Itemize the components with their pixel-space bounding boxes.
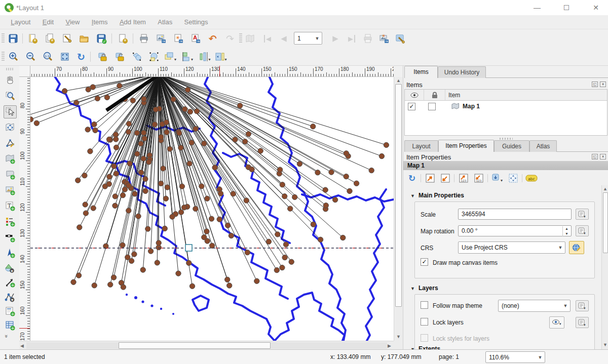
atlas-next-button[interactable]: ▶: [328, 31, 343, 46]
toolbar-grip[interactable]: [239, 33, 242, 44]
set-map-extent-to-canvas-button[interactable]: [424, 172, 437, 184]
dock-splitter-grip[interactable]: [500, 138, 513, 140]
tab-atlas[interactable]: Atlas: [529, 140, 557, 152]
atlas-previous-button[interactable]: ◀: [277, 31, 291, 46]
add-attribute-table-tool[interactable]: +: [4, 319, 17, 332]
selection-handle[interactable]: [185, 245, 192, 251]
atlas-last-button[interactable]: ▶: [345, 31, 359, 46]
labeling-settings-button[interactable]: abc: [525, 172, 538, 184]
view-extent-in-canvas-button[interactable]: [439, 172, 452, 184]
scroll-left-arrow[interactable]: ◀: [20, 343, 24, 348]
tab-guides[interactable]: Guides: [494, 140, 529, 152]
map-item[interactable]: [30, 77, 394, 341]
tab-undo-history[interactable]: Undo History: [438, 66, 486, 78]
menu-view[interactable]: View: [60, 15, 85, 29]
add-pages-button[interactable]: *: [116, 31, 130, 46]
interactively-edit-extent-button[interactable]: [507, 172, 520, 184]
atlas-preview-button[interactable]: [243, 31, 257, 46]
map-theme-combo[interactable]: (none)▼: [498, 300, 571, 312]
add-picture-tool[interactable]: +: [4, 184, 17, 197]
raise-items-button[interactable]: ▾: [163, 50, 177, 64]
print-atlas-button[interactable]: [361, 31, 375, 46]
move-content-button[interactable]: ▾: [490, 172, 504, 184]
extents-section-header[interactable]: ▼Extents: [410, 345, 440, 349]
toolbar-grip[interactable]: [6, 68, 13, 70]
items-panel-close-icon[interactable]: ✕: [600, 82, 606, 87]
select-move-item-tool[interactable]: [4, 105, 17, 118]
duplicate-layout-button[interactable]: *: [43, 31, 57, 46]
tab-layout[interactable]: Layout: [404, 140, 438, 152]
export-pdf-button[interactable]: A→: [188, 31, 203, 46]
layout-canvas[interactable]: [30, 77, 394, 341]
add-scalebar-tool[interactable]: +: [4, 231, 17, 244]
zoom-level-combo[interactable]: 110.6%▼: [485, 351, 545, 363]
add-legend-tool[interactable]: +: [4, 215, 17, 228]
zoom-in-button[interactable]: [6, 50, 20, 64]
toolbar-grip[interactable]: [2, 33, 5, 44]
item-properties-float-icon[interactable]: ◱: [592, 154, 598, 159]
theme-override-button[interactable]: ▾: [576, 300, 589, 311]
items-panel-float-icon[interactable]: ◱: [592, 82, 598, 87]
save-project-button[interactable]: [6, 31, 20, 46]
export-image-button[interactable]: →: [154, 31, 168, 46]
lock-layers-checkbox[interactable]: [421, 318, 428, 326]
move-item-content-tool[interactable]: [4, 121, 17, 134]
zoom-out-button[interactable]: [23, 50, 37, 64]
set-scale-to-canvas-button[interactable]: 123: [457, 172, 470, 184]
map-rotation-input[interactable]: 0.00 ° ▲▼: [458, 225, 572, 236]
view-scale-in-canvas-button[interactable]: 123: [472, 172, 485, 184]
scale-override-button[interactable]: ▾: [576, 209, 589, 220]
edit-nodes-item-tool[interactable]: [4, 137, 17, 150]
redo-button[interactable]: ↷: [223, 31, 237, 46]
canvas-horizontal-scrollbar[interactable]: ◀ ▶: [19, 341, 394, 349]
more-tools-chevron[interactable]: »: [4, 335, 10, 338]
zoom-full-button[interactable]: [58, 50, 72, 64]
resize-items-button[interactable]: ▾: [214, 50, 228, 64]
map1-lock-checkbox[interactable]: [428, 103, 436, 110]
add-label-tool[interactable]: T+: [4, 199, 17, 213]
zoom-actual-button[interactable]: 1:1: [41, 50, 55, 64]
save-as-template-button[interactable]: ✓: [94, 31, 108, 46]
minimize-button[interactable]: —: [527, 2, 547, 13]
tab-items[interactable]: Items: [404, 66, 438, 78]
layers-section-header[interactable]: ▼Layers: [410, 285, 438, 292]
layout-manager-button[interactable]: [60, 31, 74, 46]
add-arrow-tool[interactable]: +: [4, 276, 17, 289]
canvas-vertical-scrollbar[interactable]: ▲ ▼: [394, 77, 403, 341]
zoom-tool[interactable]: [4, 90, 17, 103]
pan-tool[interactable]: [4, 74, 17, 87]
atlas-first-button[interactable]: ◀: [260, 31, 275, 46]
follow-map-theme-checkbox[interactable]: [421, 301, 428, 309]
export-svg-button[interactable]: ✳→: [171, 31, 185, 46]
scroll-down-arrow[interactable]: ▼: [602, 342, 608, 347]
lock-styles-checkbox[interactable]: [421, 334, 428, 342]
map1-visibility-checkbox[interactable]: ✓: [408, 103, 415, 110]
atlas-settings-button[interactable]: [393, 31, 407, 46]
rotation-spinner[interactable]: ▲▼: [562, 226, 571, 236]
scroll-down-arrow[interactable]: ▼: [394, 334, 403, 339]
lock-layers-override-button[interactable]: ▾: [576, 317, 589, 328]
tab-item-properties[interactable]: Item Properties: [438, 140, 494, 152]
menu-items[interactable]: Items: [87, 15, 113, 29]
scroll-up-arrow[interactable]: ▲: [394, 78, 403, 83]
update-preview-button[interactable]: ↻: [405, 172, 419, 184]
align-items-button[interactable]: ▾: [180, 50, 195, 64]
menu-add-item[interactable]: Add Item: [115, 15, 151, 29]
menu-edit[interactable]: Edit: [37, 15, 59, 29]
undo-button[interactable]: ↶: [206, 31, 220, 46]
layer-visibility-button[interactable]: ▾: [549, 316, 564, 329]
scroll-up-arrow[interactable]: ▲: [602, 186, 608, 191]
crs-combo[interactable]: Use Project CRS▼: [458, 241, 565, 254]
horizontal-scroll-thumb[interactable]: [119, 342, 271, 349]
properties-scrollbar[interactable]: ▲ ▼: [601, 185, 608, 349]
main-properties-section-header[interactable]: ▼Main Properties: [410, 192, 464, 199]
draw-map-canvas-items-checkbox[interactable]: ✓: [421, 258, 428, 266]
menu-settings[interactable]: Settings: [179, 15, 213, 29]
scale-input[interactable]: 3465594: [458, 209, 572, 220]
new-layout-button[interactable]: *: [25, 31, 40, 46]
add-node-item-tool[interactable]: ▾: [4, 291, 17, 304]
add-north-arrow-tool[interactable]: +: [4, 247, 17, 260]
add-shape-tool[interactable]: ▾: [4, 262, 17, 275]
atlas-page-combo[interactable]: 1▼: [294, 32, 322, 45]
items-row-map1[interactable]: ✓ Map 1: [405, 101, 607, 113]
